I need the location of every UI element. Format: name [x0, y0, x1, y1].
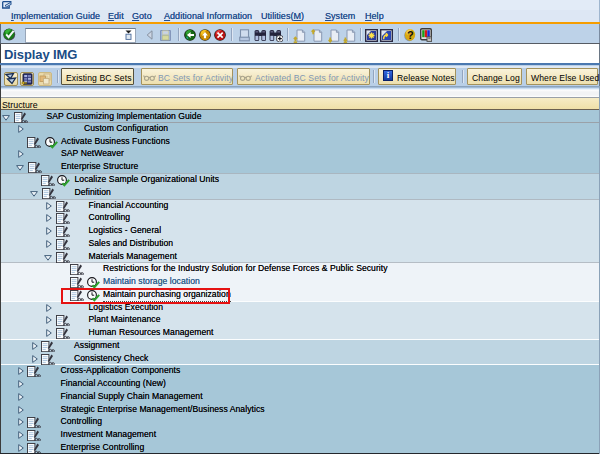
svg-text:?: ?	[407, 29, 414, 41]
